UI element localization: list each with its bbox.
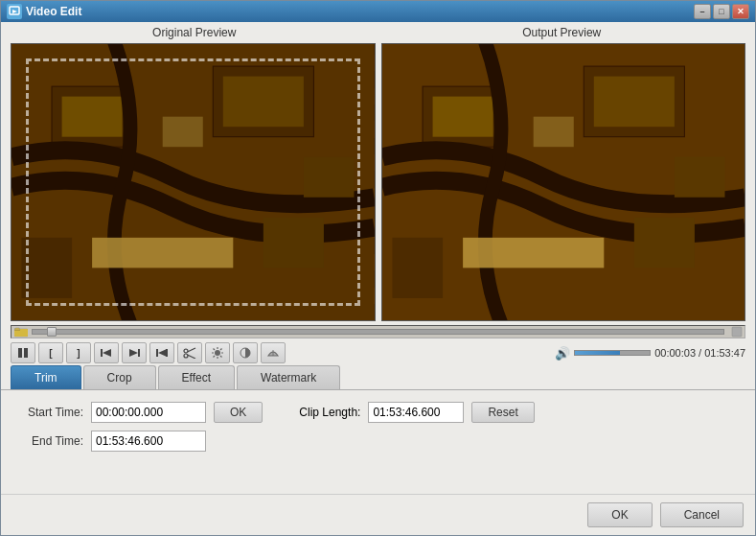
brightness-button[interactable] (205, 342, 230, 363)
trim-panel: Start Time: OK Clip Length: Reset End Ti… (1, 390, 755, 494)
svg-line-51 (214, 356, 216, 358)
svg-rect-34 (138, 349, 140, 357)
seekbar-thumb[interactable] (47, 327, 57, 337)
play-pause-button[interactable] (11, 342, 35, 363)
output-preview-label: Output Preview (378, 26, 746, 39)
reset-button[interactable]: Reset (471, 402, 534, 423)
svg-point-40 (184, 354, 188, 358)
previews-row (11, 43, 745, 321)
mark-in-button[interactable]: [ (38, 342, 63, 363)
start-ok-button[interactable]: OK (214, 402, 263, 423)
seekbar-container (11, 325, 745, 338)
step-back-button[interactable] (94, 342, 119, 363)
seekbar-end-icon (728, 326, 745, 338)
minimize-button[interactable]: – (694, 4, 711, 19)
mark-out-button[interactable]: ] (66, 342, 91, 363)
preview-labels: Original Preview Output Preview (11, 26, 745, 39)
svg-line-48 (214, 349, 216, 351)
tab-watermark[interactable]: Watermark (237, 365, 340, 389)
footer-row: OK Cancel (1, 494, 755, 535)
end-time-label: End Time: (16, 434, 83, 448)
contrast-button[interactable] (233, 342, 258, 363)
svg-marker-37 (158, 349, 167, 357)
original-preview (11, 43, 376, 321)
clip-length-section: Clip Length: Reset (299, 402, 534, 423)
svg-rect-13 (11, 44, 375, 320)
output-preview (381, 43, 746, 321)
window-title: Video Edit (26, 5, 694, 18)
clip-length-label: Clip Length: (299, 406, 360, 419)
seekbar-track[interactable] (32, 329, 724, 335)
volume-section: 🔊 00:00:03 / 01:53:47 (555, 346, 745, 361)
tab-effect[interactable]: Effect (158, 365, 235, 389)
tab-trim[interactable]: Trim (11, 365, 81, 389)
close-button[interactable]: ✕ (732, 4, 749, 19)
start-time-row: Start Time: OK Clip Length: Reset (16, 402, 740, 423)
svg-marker-33 (103, 349, 111, 357)
svg-line-41 (188, 348, 196, 352)
svg-rect-31 (24, 348, 28, 358)
original-video-frame (11, 44, 375, 320)
svg-marker-1 (12, 10, 17, 13)
preview-section: Original Preview Output Preview (1, 22, 755, 323)
window-controls: – □ ✕ (694, 4, 749, 19)
svg-point-43 (215, 350, 220, 356)
saturation-button[interactable] (261, 342, 286, 363)
to-start-button[interactable] (149, 342, 174, 363)
svg-line-42 (188, 355, 196, 359)
original-preview-label: Original Preview (11, 26, 378, 39)
volume-slider[interactable] (574, 350, 651, 356)
footer-ok-button[interactable]: OK (587, 502, 652, 527)
footer-cancel-button[interactable]: Cancel (660, 502, 744, 527)
app-icon (7, 4, 22, 19)
volume-icon: 🔊 (555, 346, 570, 361)
clip-length-input[interactable] (368, 402, 464, 423)
seekbar-row (1, 323, 755, 340)
maximize-button[interactable]: □ (713, 4, 730, 19)
svg-line-50 (220, 349, 222, 351)
svg-rect-29 (732, 327, 742, 337)
svg-point-39 (184, 349, 188, 353)
output-video-frame (382, 44, 745, 320)
start-time-label: Start Time: (16, 406, 83, 419)
svg-rect-38 (166, 349, 168, 357)
step-forward-button[interactable] (122, 342, 147, 363)
tab-crop[interactable]: Crop (83, 365, 156, 389)
end-time-row: End Time: (16, 431, 740, 452)
title-bar: Video Edit – □ ✕ (1, 1, 755, 22)
trim-button[interactable] (177, 342, 202, 363)
svg-rect-32 (101, 349, 103, 357)
end-time-input[interactable] (91, 431, 206, 452)
controls-row: [ ] (1, 340, 755, 365)
main-window: Video Edit – □ ✕ Original Preview Output… (0, 0, 756, 536)
tabs-row: Trim Crop Effect Watermark (1, 365, 755, 390)
svg-rect-30 (18, 348, 22, 358)
svg-line-49 (220, 356, 222, 358)
start-time-input[interactable] (91, 402, 206, 423)
svg-rect-36 (156, 349, 158, 357)
svg-rect-25 (382, 44, 745, 320)
time-display: 00:00:03 / 01:53:47 (654, 347, 745, 359)
folder-icon[interactable] (11, 326, 28, 338)
svg-marker-35 (129, 349, 138, 357)
volume-fill (575, 351, 620, 355)
